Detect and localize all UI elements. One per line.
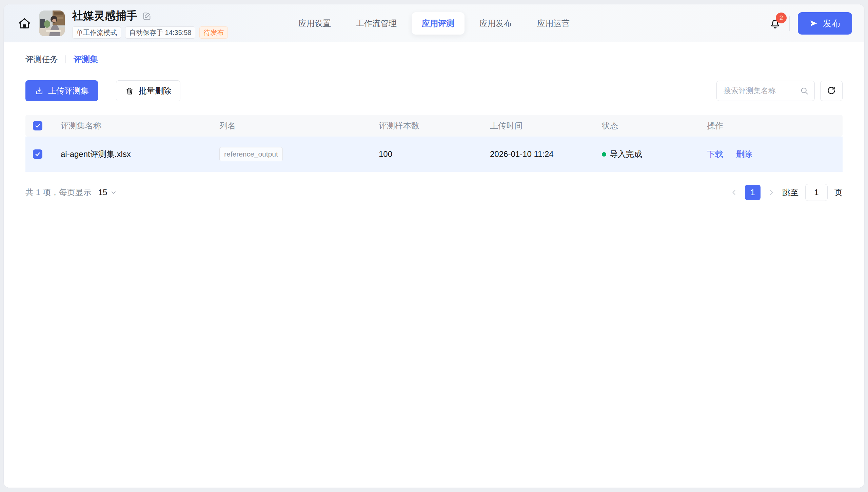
toolbar: 上传评测集 批量删除 [25, 80, 843, 101]
app-badges: 单工作流模式 自动保存于 14:35:58 待发布 [72, 26, 228, 39]
status-text: 导入完成 [610, 149, 642, 160]
pagination-controls: 1 跳至 页 [730, 184, 843, 201]
status-dot [602, 152, 606, 157]
refresh-icon [826, 86, 836, 96]
total-items-text: 共 1 项，每页显示 [25, 187, 92, 198]
subtab-evaluation-tasks[interactable]: 评测任务 [25, 54, 58, 65]
header-left: 社媒灵感捕手 单工作流模式 自动保存于 14:35:58 待发布 [17, 8, 228, 39]
batch-delete-button[interactable]: 批量删除 [116, 80, 180, 101]
tab-app-evaluation[interactable]: 应用评测 [412, 12, 465, 35]
send-icon [809, 19, 818, 28]
workflow-mode-badge: 单工作流模式 [72, 26, 121, 39]
tab-workflow-management[interactable]: 工作流管理 [346, 12, 407, 35]
header-sample-count: 评测样本数 [379, 120, 490, 131]
check-icon [35, 151, 41, 157]
jump-label: 跳至 [782, 187, 798, 198]
check-icon [35, 123, 41, 129]
upload-evalset-label: 上传评测集 [48, 85, 89, 96]
app-window: 社媒灵感捕手 单工作流模式 自动保存于 14:35:58 待发布 应用设置 [3, 4, 865, 488]
primary-nav: 应用设置 工作流管理 应用评测 应用发布 应用运营 [288, 4, 580, 42]
header-column: 列名 [219, 120, 379, 131]
edit-icon[interactable] [142, 11, 152, 21]
jump-page-input[interactable] [805, 184, 828, 201]
pagination: 共 1 项，每页显示 15 1 跳至 页 [25, 184, 843, 201]
status-cell: 导入完成 [602, 149, 707, 160]
refresh-button[interactable] [820, 81, 843, 101]
download-link[interactable]: 下载 [707, 149, 723, 160]
row-actions: 下载 删除 [707, 149, 843, 160]
delete-link[interactable]: 删除 [736, 149, 752, 160]
page-unit-label: 页 [834, 187, 843, 198]
search-icon[interactable] [800, 86, 809, 96]
app-avatar-image [39, 11, 65, 36]
chevron-right-icon[interactable] [767, 188, 775, 197]
pagination-summary: 共 1 项，每页显示 15 [25, 187, 117, 198]
table-row[interactable]: ai-agent评测集.xlsx reference_output 100 20… [25, 137, 843, 172]
notification-count-badge: 2 [776, 13, 787, 23]
select-all-checkbox[interactable] [33, 121, 42, 130]
evalset-name: ai-agent评测集.xlsx [50, 149, 219, 160]
header-upload-time: 上传时间 [490, 120, 602, 131]
subnav-divider [65, 55, 66, 63]
tab-app-release[interactable]: 应用发布 [469, 12, 522, 35]
publish-button-label: 发布 [823, 18, 841, 29]
header-status: 状态 [602, 120, 707, 131]
current-page-button[interactable]: 1 [745, 185, 761, 200]
app-title-block: 社媒灵感捕手 单工作流模式 自动保存于 14:35:58 待发布 [72, 8, 228, 39]
upload-icon [35, 86, 44, 96]
app-header: 社媒灵感捕手 单工作流模式 自动保存于 14:35:58 待发布 应用设置 [4, 4, 864, 42]
publish-status-badge: 待发布 [199, 26, 228, 39]
header-name: 评测集名称 [50, 120, 219, 131]
page-size-select[interactable]: 15 [98, 188, 117, 197]
main-content: 评测任务 评测集 上传评测集 批量删除 [4, 42, 864, 488]
upload-evalset-button[interactable]: 上传评测集 [25, 80, 98, 101]
table-header-row: 评测集名称 列名 评测样本数 上传时间 状态 操作 [25, 115, 843, 137]
evaluation-subnav: 评测任务 评测集 [25, 54, 843, 65]
home-icon[interactable] [17, 16, 32, 30]
trash-icon [125, 86, 134, 96]
bell-icon[interactable]: 2 [769, 17, 781, 29]
toolbar-right [716, 81, 843, 101]
tab-app-settings[interactable]: 应用设置 [288, 12, 341, 35]
column-tag: reference_output [219, 147, 283, 161]
app-title: 社媒灵感捕手 [72, 8, 137, 23]
row-checkbox[interactable] [33, 149, 42, 159]
upload-time: 2026-01-10 11:24 [490, 149, 602, 159]
toolbar-divider [107, 84, 107, 97]
chevron-down-icon [110, 189, 117, 196]
batch-delete-label: 批量删除 [139, 85, 171, 96]
autosave-badge: 自动保存于 14:35:58 [125, 26, 195, 39]
evalset-table: 评测集名称 列名 评测样本数 上传时间 状态 操作 ai-agent评测集.xl… [25, 115, 843, 172]
publish-button[interactable]: 发布 [798, 12, 852, 35]
sample-count: 100 [379, 149, 490, 159]
tab-app-operations[interactable]: 应用运营 [527, 12, 580, 35]
header-actions: 操作 [707, 120, 843, 131]
page-size-value: 15 [98, 188, 107, 197]
header-divider [789, 16, 790, 31]
chevron-left-icon[interactable] [730, 188, 738, 197]
header-right: 2 发布 [769, 12, 852, 35]
search-box [716, 81, 815, 101]
search-input[interactable] [724, 86, 796, 95]
subtab-evaluation-sets[interactable]: 评测集 [74, 54, 98, 65]
